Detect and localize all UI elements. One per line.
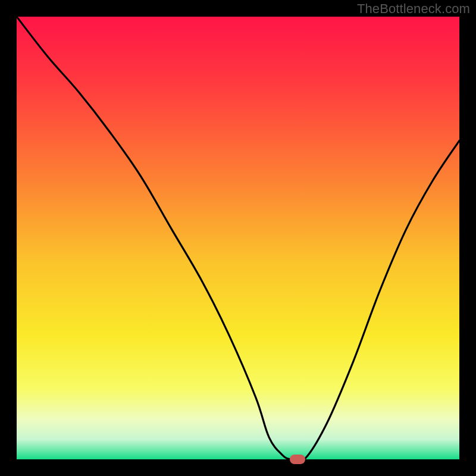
chart-frame: TheBottleneck.com [0, 0, 476, 476]
watermark-text: TheBottleneck.com [357, 1, 470, 17]
chart-background-gradient [17, 17, 459, 459]
chart-svg [17, 17, 459, 459]
optimal-point-marker [290, 455, 305, 464]
chart-plot-area [17, 17, 459, 459]
